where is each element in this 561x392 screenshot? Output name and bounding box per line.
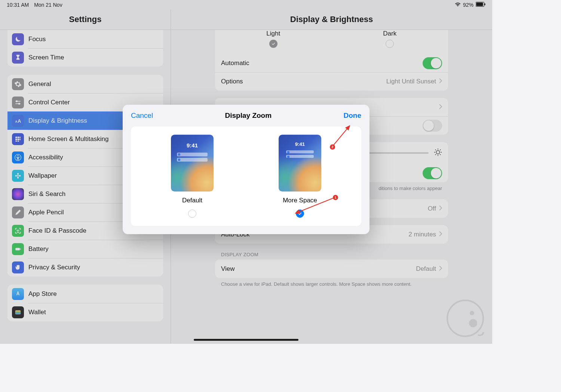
preview-more-space: 9:41 bbox=[279, 135, 321, 192]
display-zoom-modal: Cancel Display Zoom Done 9:41 Default 9:… bbox=[123, 105, 370, 234]
zoom-option-more-space[interactable]: 9:41 More Space bbox=[279, 135, 321, 218]
zoom-option-label: Default bbox=[182, 197, 202, 204]
preview-default: 9:41 bbox=[171, 135, 214, 192]
done-button[interactable]: Done bbox=[344, 111, 362, 120]
preview-time: 9:41 bbox=[171, 142, 214, 148]
modal-title: Display Zoom bbox=[153, 111, 343, 120]
annotation-badge-2: 2 bbox=[330, 144, 335, 150]
preview-time: 9:41 bbox=[279, 141, 321, 147]
check-icon bbox=[296, 209, 304, 218]
radio-empty-icon bbox=[188, 209, 196, 218]
cancel-button[interactable]: Cancel bbox=[131, 111, 153, 120]
zoom-option-default[interactable]: 9:41 Default bbox=[171, 135, 214, 218]
annotation-badge-1: 1 bbox=[333, 195, 338, 200]
zoom-option-label: More Space bbox=[283, 197, 317, 204]
